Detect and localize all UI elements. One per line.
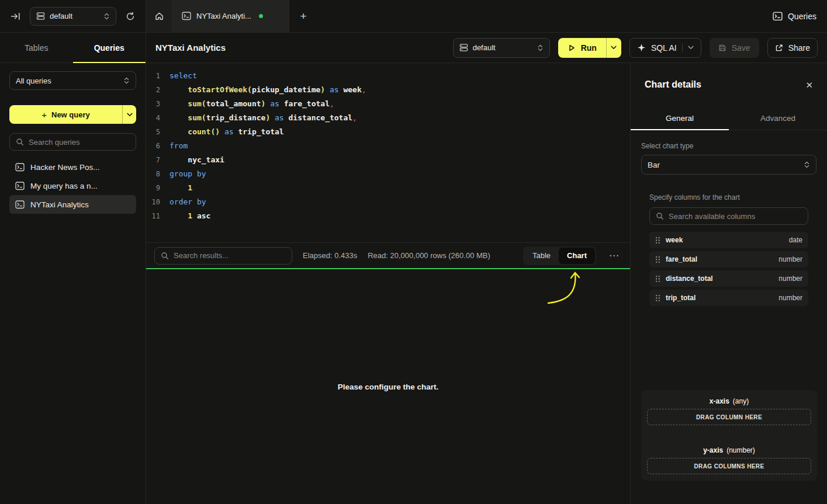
query-list-item[interactable]: My query has a n... [9, 176, 136, 195]
tab-nytaxi-analytics[interactable]: NYTaxi Analyti... [172, 0, 289, 32]
line-number: 8 [146, 167, 160, 181]
save-icon [718, 44, 726, 52]
table-view-button[interactable]: Table [524, 248, 559, 264]
code-line: group by [169, 167, 206, 181]
save-label: Save [732, 43, 750, 53]
tab-general[interactable]: General [631, 106, 729, 130]
query-list-item[interactable]: Hacker News Pos... [9, 158, 136, 176]
home-icon [154, 11, 164, 21]
new-tab-button[interactable]: + [289, 0, 317, 32]
search-queries-input[interactable] [29, 138, 130, 147]
line-number: 6 [146, 139, 160, 153]
run-button[interactable]: Run [558, 38, 606, 58]
search-results-input[interactable] [174, 251, 286, 260]
editor-line: 1select [146, 69, 630, 83]
sql-ai-button[interactable]: SQL AI [629, 38, 701, 58]
y-axis-dropzone[interactable]: DRAG COLUMNS HERE [647, 458, 811, 474]
play-icon [568, 44, 576, 52]
save-button[interactable]: Save [710, 38, 759, 58]
home-tab[interactable] [146, 0, 172, 32]
x-axis-dropzone[interactable]: DRAG COLUMN HERE [647, 409, 811, 425]
code-line: from [169, 139, 188, 153]
tab-queries-label: Queries [94, 43, 124, 53]
query-item-label: My query has a n... [30, 182, 98, 190]
code-line: sum(trip_distance) as distance_total, [169, 111, 357, 125]
column-row[interactable]: fare_totalnumber [649, 251, 808, 267]
y-axis-type: (number) [726, 446, 755, 454]
close-panel-button[interactable]: ✕ [805, 81, 813, 89]
tab-label: NYTaxi Analyti... [196, 12, 251, 20]
sql-editor[interactable]: 1select2 toStartOfWeek(pickup_datetime) … [146, 63, 630, 242]
tab-tables[interactable]: Tables [0, 33, 73, 62]
search-queries-box [9, 133, 136, 151]
run-options-button[interactable] [606, 38, 621, 58]
editor-line: 3 sum(total_amount) as fare_total, [146, 97, 630, 111]
tab-queries[interactable]: Queries [73, 33, 146, 62]
column-row[interactable]: trip_totalnumber [649, 290, 808, 306]
refresh-icon[interactable] [123, 9, 137, 23]
line-number: 3 [146, 97, 160, 111]
run-split-button: Run [558, 38, 621, 58]
columns-list: weekdatefare_totalnumberdistance_totalnu… [649, 232, 808, 306]
tab-advanced[interactable]: Advanced [729, 106, 827, 130]
chevron-updown-icon [804, 161, 810, 169]
queries-button[interactable]: Queries [773, 12, 816, 21]
drag-handle-icon[interactable] [655, 294, 660, 302]
share-button[interactable]: Share [767, 38, 818, 58]
search-columns-input[interactable] [669, 212, 802, 221]
drag-handle-icon[interactable] [655, 237, 660, 244]
line-number: 5 [146, 125, 160, 139]
column-name: fare_total [666, 255, 697, 263]
query-list: Hacker News Pos...My query has a n...NYT… [9, 158, 136, 214]
line-number: 1 [146, 69, 160, 83]
query-actions: default Run [453, 38, 818, 58]
new-query-label: New query [51, 110, 90, 119]
panel-body: Select chart type Bar Specify columns fo… [631, 130, 827, 306]
columns-section: Specify columns for the chart weekdatefa… [641, 193, 816, 306]
sparkle-icon [637, 43, 646, 52]
code-line: nyc_taxi [169, 153, 224, 167]
editor-line: 7 nyc_taxi [146, 153, 630, 167]
queries-filter-select[interactable]: All queries [9, 71, 136, 90]
panel-tabs: General Advanced [631, 106, 827, 130]
editor-line: 5 count() as trip_total [146, 125, 630, 139]
more-options-button[interactable]: ⋯ [607, 249, 622, 262]
collapse-sidebar-icon[interactable] [8, 9, 23, 23]
editor-line: 10order by [146, 195, 630, 209]
code-line: count() as trip_total [169, 125, 284, 139]
new-query-button[interactable]: + New query [9, 105, 122, 124]
sidebar-body: All queries + New query [0, 63, 146, 214]
results-area: Please configure the chart. [146, 269, 630, 504]
topbar-left: default [0, 0, 146, 32]
query-item-label: Hacker News Pos... [30, 163, 100, 172]
share-label: Share [788, 43, 810, 53]
chart-type-value: Bar [648, 161, 799, 169]
new-query-dropdown-button[interactable] [122, 105, 136, 124]
drag-handle-icon[interactable] [655, 275, 660, 283]
chart-view-button[interactable]: Chart [559, 248, 595, 264]
code-line: 1 asc [169, 209, 210, 223]
chart-type-select[interactable]: Bar [641, 155, 816, 175]
search-icon [16, 138, 24, 146]
query-header: NYTaxi Analytics default Run [146, 33, 827, 63]
column-name: week [666, 236, 683, 244]
query-icon [15, 163, 25, 172]
divider [682, 43, 683, 53]
query-database-selector[interactable]: default [453, 38, 550, 58]
search-icon [161, 252, 169, 260]
panel-header: Chart details ✕ [631, 63, 827, 106]
topbar-database-selector[interactable]: default [30, 7, 116, 26]
topbar-right: Queries [773, 0, 816, 32]
topbar: default NYTaxi Analyti... [0, 0, 827, 33]
view-toggle: Table Chart [523, 246, 596, 265]
column-row[interactable]: weekdate [649, 232, 808, 248]
axes-config-box: x-axis (any) DRAG COLUMN HERE y-axis (nu… [641, 390, 817, 481]
unsaved-indicator-dot [259, 14, 263, 18]
drag-handle-icon[interactable] [655, 256, 660, 263]
column-row[interactable]: distance_totalnumber [649, 270, 808, 287]
code-line: 1 [169, 181, 192, 195]
new-query-split-button: + New query [9, 105, 136, 124]
elapsed-time: Elapsed: 0.433s [303, 251, 357, 260]
rows-read: Read: 20,000,000 rows (260.00 MB) [368, 251, 490, 260]
query-list-item[interactable]: NYTaxi Analytics [9, 195, 136, 214]
